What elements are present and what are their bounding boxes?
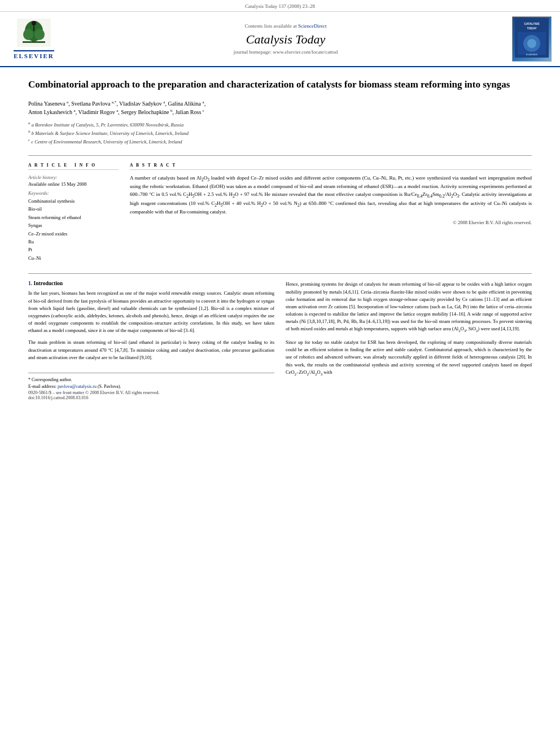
- affiliations: a a Boreskov Institute of Catalysis, 5, …: [28, 120, 532, 146]
- page: Catalysis Today 137 (2008) 23–28: [0, 0, 560, 412]
- keyword-8: Cu–Ni: [28, 254, 119, 262]
- doi-text: doi:10.1016/j.cattod.2008.03.016: [28, 395, 274, 400]
- svg-text:TODAY: TODAY: [527, 27, 537, 30]
- journal-cover-area: CATALYSIS TODAY ELSEVIER: [509, 16, 554, 62]
- history-label: Article history:: [28, 174, 119, 180]
- cover-title-label: CATALYSIS TODAY ELSEVIER: [515, 18, 549, 59]
- body-col-right: Hence, promising systems for design of c…: [286, 281, 532, 400]
- intro-body-right: Hence, promising systems for design of c…: [286, 281, 532, 377]
- elsevier-label: ELSEVIER: [14, 50, 54, 59]
- science-direct-link[interactable]: ScienceDirect: [298, 23, 326, 29]
- journal-homepage: journal homepage: www.elsevier.com/locat…: [68, 49, 504, 55]
- svg-point-5: [34, 29, 45, 40]
- intro-heading: 1. Introduction: [28, 281, 274, 286]
- footnote-section: * Corresponding author. E-mail address: …: [28, 373, 274, 400]
- info-abstract-section: A R T I C L E I N F O Article history: A…: [28, 163, 532, 263]
- journal-name-area: Contents lists available at ScienceDirec…: [68, 16, 504, 62]
- body-divider: [28, 273, 532, 274]
- journal-header: ELSEVIER Contents lists available at Sci…: [0, 12, 560, 67]
- body-section: 1. Introduction In the last years, bioma…: [28, 281, 532, 400]
- keyword-6: Ru: [28, 238, 119, 246]
- corresponding-footnote: * Corresponding author. E-mail address: …: [28, 377, 274, 390]
- issn-text: 0920-5861/$ – see front matter © 2008 El…: [28, 390, 274, 395]
- journal-cover-image: CATALYSIS TODAY ELSEVIER: [512, 16, 552, 62]
- journal-citation: Catalysis Today 137 (2008) 23–28: [245, 3, 315, 9]
- article-title: Combinatorial approach to the preparatio…: [28, 78, 532, 91]
- issn-doi: 0920-5861/$ – see front matter © 2008 El…: [28, 390, 274, 400]
- both-text: both: [291, 326, 299, 331]
- svg-text:CATALYSIS: CATALYSIS: [524, 22, 540, 25]
- abstract-label: A B S T R A C T: [130, 163, 532, 170]
- available-online: Available online 15 May 2008: [28, 181, 119, 187]
- elsevier-tree-icon: [17, 19, 51, 47]
- section-divider: [28, 155, 532, 156]
- keyword-1: Combinatorial synthesis: [28, 197, 119, 205]
- keyword-3: Steam reforming of ethanol: [28, 213, 119, 221]
- abstract-col: A B S T R A C T A number of catalysts ba…: [130, 163, 532, 263]
- abstract-text: A number of catalysts based on Al2O3 loa…: [130, 174, 532, 216]
- svg-point-4: [23, 29, 33, 40]
- keyword-2: Bio-oil: [28, 205, 119, 213]
- svg-point-13: [527, 39, 536, 48]
- intro-body-left: In the last years, biomass has been reco…: [28, 290, 274, 361]
- svg-text:ELSEVIER: ELSEVIER: [526, 53, 537, 56]
- elsevier-logo-area: ELSEVIER: [6, 16, 62, 62]
- svg-point-6: [32, 21, 36, 25]
- article-info-label: A R T I C L E I N F O: [28, 163, 119, 170]
- email-link[interactable]: pavlova@catalysis.ru: [58, 384, 97, 389]
- journal-title: Catalysis Today: [68, 32, 504, 47]
- keyword-4: Syngas: [28, 221, 119, 229]
- section-title: Introduction: [34, 281, 63, 286]
- body-col-left: 1. Introduction In the last years, bioma…: [28, 281, 274, 400]
- keywords-list: Combinatorial synthesis Bio-oil Steam re…: [28, 197, 119, 263]
- article-content: Combinatorial approach to the preparatio…: [0, 67, 560, 412]
- journal-top-bar: Catalysis Today 137 (2008) 23–28: [0, 0, 560, 12]
- authors-line: Polina Yaseneva a, Svetlana Pavlova a,*,…: [28, 99, 532, 117]
- keyword-5: Ce–Zr mixed oxides: [28, 230, 119, 238]
- section-number: 1.: [28, 281, 32, 286]
- copyright-text: © 2008 Elsevier B.V. All rights reserved…: [130, 220, 532, 225]
- article-info-col: A R T I C L E I N F O Article history: A…: [28, 163, 119, 263]
- science-direct-line: Contents lists available at ScienceDirec…: [68, 23, 504, 29]
- keywords-label: Keywords:: [28, 190, 119, 196]
- keyword-7: Pt: [28, 246, 119, 254]
